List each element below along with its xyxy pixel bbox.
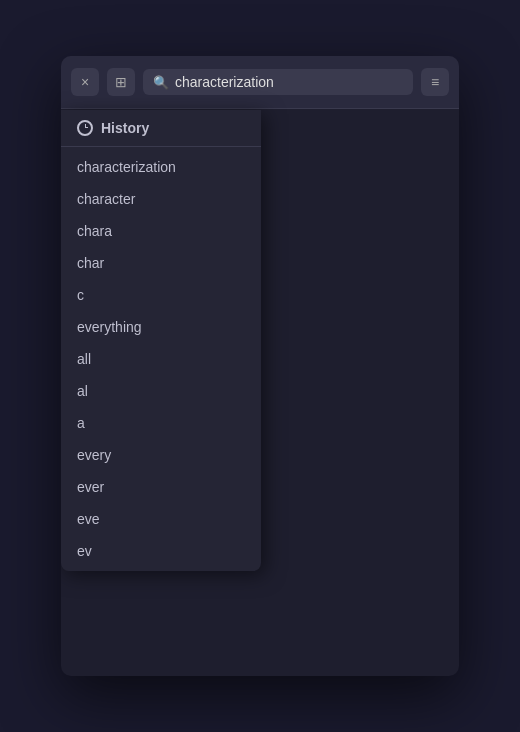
history-item-c[interactable]: c — [61, 279, 261, 311]
history-item-al[interactable]: al — [61, 375, 261, 407]
toolbar: × ⊞ 🔍 ≡ — [61, 56, 459, 109]
close-icon: × — [81, 74, 89, 90]
history-header: History — [61, 110, 261, 147]
history-item-ever[interactable]: ever — [61, 471, 261, 503]
history-item-a[interactable]: a — [61, 407, 261, 439]
sidebar-icon: ⊞ — [115, 74, 127, 90]
hamburger-icon: ≡ — [431, 74, 439, 90]
history-label: History — [101, 120, 149, 136]
history-item-ev[interactable]: ev — [61, 535, 261, 567]
history-item-character[interactable]: character — [61, 183, 261, 215]
close-button[interactable]: × — [71, 68, 99, 96]
history-item-chara[interactable]: chara — [61, 215, 261, 247]
search-icon: 🔍 — [153, 75, 169, 90]
menu-button[interactable]: ≡ — [421, 68, 449, 96]
sidebar-button[interactable]: ⊞ — [107, 68, 135, 96]
history-items-list: characterizationcharactercharacharcevery… — [61, 147, 261, 571]
history-dropdown: History characterizationcharactercharach… — [61, 110, 261, 571]
history-item-everything[interactable]: everything — [61, 311, 261, 343]
history-item-eve[interactable]: eve — [61, 503, 261, 535]
browser-window: × ⊞ 🔍 ≡ al description ve was interrupte… — [61, 56, 459, 676]
history-icon — [77, 120, 93, 136]
search-input[interactable] — [175, 74, 403, 90]
history-item-all[interactable]: all — [61, 343, 261, 375]
search-bar: 🔍 — [143, 69, 413, 95]
history-item-char[interactable]: char — [61, 247, 261, 279]
history-item-characterization[interactable]: characterization — [61, 151, 261, 183]
history-item-every[interactable]: every — [61, 439, 261, 471]
